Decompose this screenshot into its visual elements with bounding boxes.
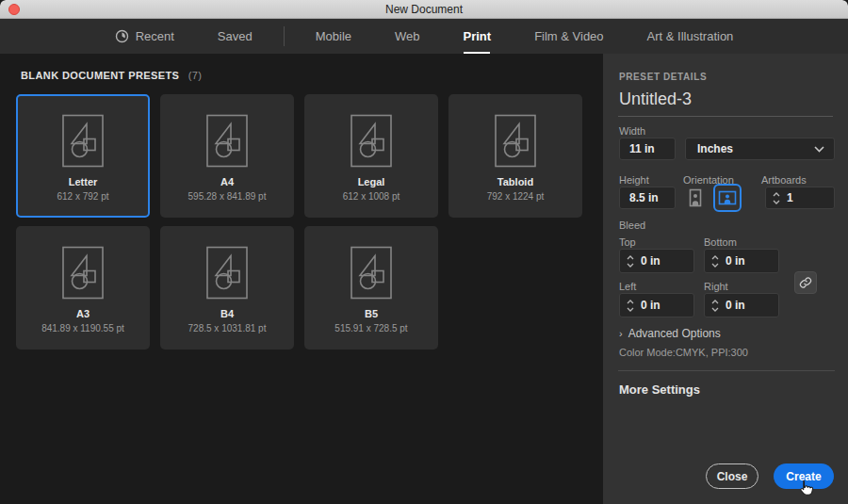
close-button[interactable]: Close — [706, 463, 758, 489]
preset-grid: Letter 612 x 792 pt A4 595.28 x 841.89 p… — [16, 94, 582, 350]
stepper-up-icon[interactable] — [773, 192, 780, 197]
panel-divider — [618, 370, 835, 371]
presets-area: BLANK DOCUMENT PRESETS (7) Letter 612 x … — [0, 54, 603, 504]
width-input[interactable]: 11 in — [619, 138, 676, 160]
bleed-bottom-stepper[interactable]: 0 in — [704, 249, 779, 273]
bleed-top-label: Top — [619, 236, 636, 248]
preset-name: Letter — [69, 176, 98, 188]
preset-name: Tabloid — [497, 176, 533, 188]
blank-document-icon — [62, 114, 104, 168]
bleed-label: Bleed — [619, 219, 645, 231]
presets-heading: BLANK DOCUMENT PRESETS — [21, 70, 179, 81]
close-button-label: Close — [717, 470, 748, 483]
preset-card-b4[interactable]: B4 728.5 x 1031.81 pt — [160, 226, 294, 350]
blank-document-icon — [351, 246, 392, 300]
tab-web[interactable]: Web — [395, 19, 420, 54]
width-label: Width — [619, 125, 645, 137]
preset-dimensions: 728.5 x 1031.81 pt — [188, 323, 267, 333]
bleed-left-label: Left — [619, 281, 636, 292]
bleed-top-stepper[interactable]: 0 in — [619, 249, 694, 273]
presets-header: BLANK DOCUMENT PRESETS (7) — [21, 70, 202, 81]
stepper-down-icon[interactable] — [773, 200, 780, 204]
height-value: 8.5 in — [620, 191, 659, 204]
artboards-value: 1 — [787, 191, 793, 204]
tab-art-illustration[interactable]: Art & Illustration — [647, 19, 734, 54]
preset-card-a4[interactable]: A4 595.28 x 841.89 pt — [160, 94, 294, 218]
preset-card-a3[interactable]: A3 841.89 x 1190.55 pt — [16, 226, 150, 350]
preset-name: Legal — [358, 176, 385, 188]
preset-card-legal[interactable]: Legal 612 x 1008 pt — [304, 94, 438, 218]
blank-document-icon — [206, 114, 248, 168]
titlebar: New Document — [0, 0, 848, 19]
bleed-left-stepper[interactable]: 0 in — [619, 293, 694, 317]
tab-mobile[interactable]: Mobile — [316, 19, 351, 54]
chevron-right-icon: › — [619, 328, 623, 339]
bleed-left-value: 0 in — [641, 299, 660, 312]
preset-dimensions: 792 x 1224 pt — [487, 191, 545, 202]
create-button[interactable]: Create — [774, 463, 834, 489]
link-icon — [799, 276, 812, 289]
blank-document-icon — [495, 114, 536, 168]
blank-document-icon — [206, 246, 248, 300]
tab-label: Print — [464, 29, 492, 43]
stepper-down-icon[interactable] — [711, 263, 719, 268]
bleed-right-label: Right — [704, 281, 728, 292]
stepper-up-icon[interactable] — [627, 255, 634, 260]
preset-name: A4 — [220, 176, 234, 188]
create-button-label: Create — [786, 470, 821, 483]
bleed-right-stepper[interactable]: 0 in — [704, 293, 779, 317]
portrait-orientation-icon — [684, 187, 707, 209]
units-select[interactable]: Inches — [685, 138, 835, 160]
preset-dimensions: 612 x 792 pt — [57, 191, 108, 202]
chevron-down-icon — [814, 146, 824, 153]
tab-saved[interactable]: Saved — [218, 19, 253, 54]
stepper-up-icon[interactable] — [711, 255, 719, 260]
clock-icon — [115, 29, 129, 43]
stepper-up-icon[interactable] — [627, 300, 634, 304]
preset-dimensions: 595.28 x 841.89 pt — [188, 191, 267, 202]
tab-film-video[interactable]: Film & Video — [534, 19, 603, 54]
tab-recent[interactable]: Recent — [115, 19, 174, 54]
blank-document-icon — [62, 246, 104, 300]
preset-card-tabloid[interactable]: Tabloid 792 x 1224 pt — [448, 94, 582, 218]
bleed-bottom-value: 0 in — [726, 254, 745, 268]
bleed-right-value: 0 in — [726, 299, 745, 312]
orientation-landscape-button[interactable] — [713, 184, 742, 212]
bleed-top-value: 0 in — [641, 254, 660, 268]
width-value: 11 in — [620, 142, 655, 155]
tab-divider — [284, 26, 285, 46]
tab-label: Recent — [136, 29, 174, 43]
tab-label: Web — [395, 29, 420, 43]
color-mode-summary: Color Mode:CMYK, PPI:300 — [619, 347, 748, 358]
tab-bar: Recent Saved Mobile Web Print Film & Vid… — [0, 19, 848, 54]
tab-print[interactable]: Print — [464, 19, 492, 54]
preset-details-heading: PRESET DETAILS — [619, 72, 707, 82]
blank-document-icon — [351, 114, 392, 168]
window-title: New Document — [0, 0, 848, 19]
advanced-options-label: Advanced Options — [628, 327, 721, 340]
landscape-orientation-icon — [716, 187, 739, 209]
new-document-dialog: New Document Recent Saved Mobile Web Pri… — [0, 0, 848, 504]
height-input[interactable]: 8.5 in — [619, 187, 676, 209]
artboards-label: Artboards — [761, 174, 807, 186]
orientation-portrait-button[interactable] — [683, 186, 708, 210]
name-divider — [618, 116, 833, 117]
document-name-input[interactable]: Untitled-3 — [619, 89, 692, 109]
tab-label: Film & Video — [534, 29, 603, 43]
artboards-stepper[interactable]: 1 — [765, 187, 835, 209]
stepper-up-icon[interactable] — [711, 300, 719, 304]
preset-card-b5[interactable]: B5 515.91 x 728.5 pt — [304, 226, 438, 350]
preset-details-panel: PRESET DETAILS Untitled-3 Width 11 in In… — [603, 54, 848, 504]
preset-name: B5 — [365, 308, 378, 320]
stepper-down-icon[interactable] — [627, 307, 634, 312]
more-settings-link[interactable]: More Settings — [619, 382, 700, 397]
bleed-link-button[interactable] — [794, 271, 817, 294]
stepper-down-icon[interactable] — [627, 263, 634, 268]
tab-label: Saved — [218, 29, 253, 43]
preset-dimensions: 612 x 1008 pt — [343, 191, 400, 202]
preset-card-letter[interactable]: Letter 612 x 792 pt — [16, 94, 150, 218]
advanced-options-toggle[interactable]: › Advanced Options — [619, 327, 721, 340]
bleed-bottom-label: Bottom — [704, 236, 737, 248]
preset-dimensions: 841.89 x 1190.55 pt — [41, 323, 124, 333]
stepper-down-icon[interactable] — [711, 307, 719, 312]
